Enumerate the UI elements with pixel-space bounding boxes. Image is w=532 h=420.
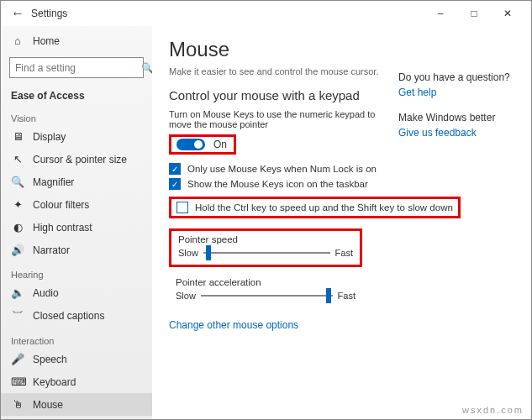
home-nav[interactable]: ⌂ Home [1,29,152,52]
search-field[interactable] [15,62,141,74]
mic-icon: 🎤 [11,353,24,365]
toggle-description: Turn on Mouse Keys to use the numeric ke… [169,109,387,129]
main-content: Mouse Make it easier to see and control … [152,26,531,419]
get-help-link[interactable]: Get help [398,87,516,98]
checkbox-icon [176,202,188,213]
nav-keyboard[interactable]: ⌨Keyboard [1,370,152,393]
nav-narrator[interactable]: 🔊Narrator [1,239,152,261]
pointer-accel-slider[interactable] [201,295,333,297]
search-icon: 🔍 [141,62,152,74]
slider-low-label: Slow [176,291,196,301]
slider-low-label: Slow [178,248,198,258]
magnifier-icon: 🔍 [11,176,24,188]
home-label: Home [33,35,60,47]
audio-icon: 🔈 [11,286,24,299]
toggle-switch[interactable] [176,139,205,150]
display-icon: 🖥 [11,130,24,143]
palette-icon: ✦ [11,198,24,211]
checkbox-icon: ✓ [169,163,181,175]
other-mouse-options-link[interactable]: Change other mouse options [169,319,514,331]
keyboard-icon: ⌨ [11,375,24,388]
watermark: wsxdn.com [462,405,524,415]
feedback-heading: Make Windows better [398,112,516,123]
pointer-speed-block: Pointer speed Slow Fast [169,228,362,267]
close-button[interactable]: ✕ [491,1,524,26]
pointer-speed-slider[interactable] [203,252,330,254]
group-vision: Vision [1,105,152,125]
nav-cursor-pointer[interactable]: ↖Cursor & pointer size [1,148,152,171]
minimize-button[interactable]: – [424,1,457,26]
sidebar: ⌂ Home 🔍 Ease of Access Vision 🖥Display … [1,26,152,419]
nav-high-contrast[interactable]: ◐High contrast [1,216,152,239]
nav-magnifier[interactable]: 🔍Magnifier [1,171,152,193]
group-hearing: Hearing [1,261,152,281]
home-icon: ⌂ [11,34,24,47]
nav-display[interactable]: 🖥Display [1,125,152,148]
window-title: Settings [31,8,67,19]
mouse-keys-toggle[interactable]: On [169,134,236,155]
nav-closed-captions[interactable]: ⏡Closed captions [1,304,152,328]
nav-colour-filters[interactable]: ✦Colour filters [1,193,152,216]
maximize-button[interactable]: □ [457,1,491,26]
contrast-icon: ◐ [11,221,24,234]
checkbox-ctrl-shift[interactable]: Hold the Ctrl key to speed up and the Sh… [169,197,461,218]
question-label: Do you have a question? [398,71,516,83]
help-panel: Do you have a question? Get help Make Wi… [398,71,516,152]
group-interaction: Interaction [1,328,152,348]
feedback-link[interactable]: Give us feedback [398,127,516,139]
nav-mouse[interactable]: 🖱Mouse [1,393,152,416]
cc-icon: ⏡ [11,309,24,323]
slider-high-label: Fast [335,248,353,258]
cursor-icon: ↖ [11,153,24,165]
mouse-icon: 🖱 [11,398,24,411]
slider-high-label: Fast [338,291,356,301]
narrator-icon: 🔊 [11,244,24,256]
toggle-state-label: On [213,139,227,150]
checkbox-taskbar-icon[interactable]: ✓ Show the Mouse Keys icon on the taskba… [169,178,514,190]
category-label: Ease of Access [1,83,152,105]
nav-speech[interactable]: 🎤Speech [1,348,152,370]
page-title: Mouse [169,38,514,61]
pointer-speed-title: Pointer speed [178,234,353,244]
checkbox-icon: ✓ [169,178,181,190]
checkbox-numlock[interactable]: ✓ Only use Mouse Keys when Num Lock is o… [169,163,514,175]
search-input[interactable]: 🔍 [9,57,144,78]
nav-audio[interactable]: 🔈Audio [1,281,152,304]
back-icon[interactable]: ← [8,6,28,21]
pointer-accel-title: Pointer acceleration [176,277,356,287]
pointer-accel-block: Pointer acceleration Slow Fast [169,274,362,307]
